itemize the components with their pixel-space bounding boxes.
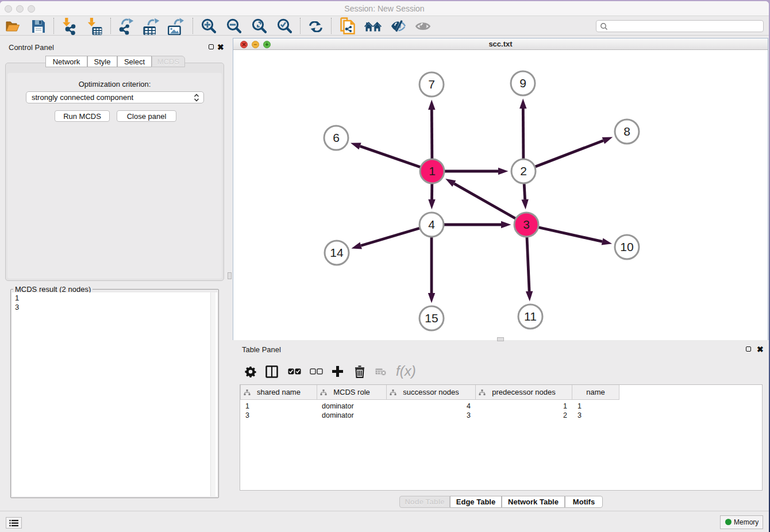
svg-text:2: 2 [520, 164, 527, 178]
svg-text:10: 10 [620, 240, 633, 253]
svg-text:f(x): f(x) [396, 364, 416, 379]
svg-text:3: 3 [523, 218, 530, 231]
svg-text:11: 11 [524, 310, 537, 323]
svg-text:15: 15 [425, 311, 438, 325]
svg-text:6: 6 [333, 131, 340, 144]
svg-text:4: 4 [428, 218, 435, 231]
svg-text:7: 7 [428, 78, 435, 91]
svg-text:1: 1 [429, 164, 436, 178]
svg-text:9: 9 [519, 76, 526, 90]
svg-text:8: 8 [623, 125, 630, 138]
svg-text:14: 14 [330, 246, 344, 259]
